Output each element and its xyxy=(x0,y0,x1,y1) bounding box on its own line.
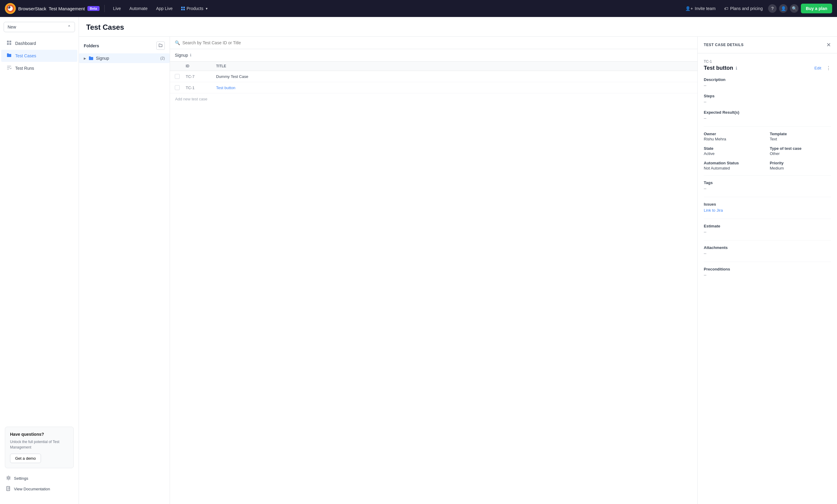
sidebar-dashboard-label: Dashboard xyxy=(15,41,36,46)
sidebar-testcases-label: Test Cases xyxy=(15,53,36,58)
sidebar-item-settings[interactable]: Settings xyxy=(5,473,74,484)
user-avatar-icon[interactable]: 👤 xyxy=(779,4,787,13)
folder-signup[interactable]: ▶ Signup (2) xyxy=(79,53,170,63)
detail-fields-grid-2: State Active Type of test case Other xyxy=(704,146,831,156)
plans-label: Plans and pricing xyxy=(730,6,763,11)
row-checkbox-tc7[interactable] xyxy=(175,74,180,79)
help-card-title: Have questions? xyxy=(10,432,69,437)
detail-info-icon[interactable]: ℹ xyxy=(736,66,737,71)
detail-field-template: Template Text xyxy=(770,132,831,141)
detail-title: Test button xyxy=(704,65,733,71)
svg-rect-8 xyxy=(10,43,11,45)
docs-icon xyxy=(6,486,11,492)
nav-applive[interactable]: App Live xyxy=(152,4,176,13)
nav-live[interactable]: Live xyxy=(110,4,125,13)
link-to-jira-button[interactable]: Link to Jira xyxy=(704,208,723,212)
detail-attachments-section: Attachments -- xyxy=(704,245,831,256)
sidebar-testruns-label: Test Runs xyxy=(15,66,34,71)
sidebar-item-testruns[interactable]: Test Runs xyxy=(1,62,77,74)
main-content: Test Cases Folders ▶ xyxy=(79,17,837,504)
table-header: ID TITLE xyxy=(170,61,697,71)
dropdown-chevron-icon: ⌃ xyxy=(67,24,71,30)
row-title-tc1[interactable]: Test button xyxy=(216,86,693,90)
logo[interactable]: BrowserStack Test Management Beta xyxy=(5,3,100,14)
col-checkbox xyxy=(175,64,186,68)
detail-field-state: State Active xyxy=(704,146,765,156)
navbar-actions: 👤+ Invite team 🏷 Plans and pricing ? 👤 🔍… xyxy=(682,4,832,13)
folders-header: Folders xyxy=(79,41,170,53)
table-row: TC-1 Test button xyxy=(170,82,697,93)
add-test-case-input[interactable]: Add new test case xyxy=(170,93,697,105)
detail-more-button[interactable]: ⋮ xyxy=(826,65,831,71)
help-icon[interactable]: ? xyxy=(768,4,777,13)
detail-issues-label: Issues xyxy=(704,202,831,206)
sidebar: New ⌃ Dashboard xyxy=(0,17,79,504)
detail-expected-value: -- xyxy=(704,116,831,120)
detail-field-type-value: Other xyxy=(770,151,831,156)
row-checkbox-tc1[interactable] xyxy=(175,85,180,90)
invite-team-button[interactable]: 👤+ Invite team xyxy=(682,4,719,13)
detail-field-priority: Priority Medium xyxy=(770,161,831,170)
nav-products[interactable]: Products ▼ xyxy=(178,4,212,13)
settings-icon xyxy=(6,475,11,481)
detail-field-owner-label: Owner xyxy=(704,132,765,136)
detail-estimate-label: Estimate xyxy=(704,224,831,228)
invite-icon: 👤+ xyxy=(685,6,693,11)
search-input[interactable] xyxy=(182,40,693,45)
nav-automate[interactable]: Automate xyxy=(126,4,151,13)
detail-edit-button[interactable]: Edit xyxy=(815,66,821,70)
beta-badge: Beta xyxy=(87,6,100,11)
navbar: BrowserStack Test Management Beta Live A… xyxy=(0,0,837,17)
testruns-icon xyxy=(6,65,12,71)
detail-steps-value: -- xyxy=(704,99,831,104)
detail-preconditions-label: Preconditions xyxy=(704,267,831,272)
detail-close-button[interactable]: ✕ xyxy=(826,41,831,48)
test-cases-panel: 🔍 Signup ℹ ID TITLE TC-7 Dummy Test Case xyxy=(170,37,697,504)
search-bar: 🔍 xyxy=(170,37,697,49)
detail-field-owner-value: Rishu Mehra xyxy=(704,137,765,141)
get-demo-button[interactable]: Get a demo xyxy=(10,454,41,463)
detail-estimate-section: Estimate -- xyxy=(704,224,831,234)
detail-steps-label: Steps xyxy=(704,94,831,98)
sidebar-item-dashboard[interactable]: Dashboard xyxy=(1,37,77,50)
detail-description-value: -- xyxy=(704,83,831,88)
detail-field-priority-value: Medium xyxy=(770,166,831,170)
detail-tags-value: -- xyxy=(704,186,831,191)
docs-label: View Documentation xyxy=(14,487,50,491)
workspace-dropdown[interactable]: New ⌃ xyxy=(4,22,75,32)
buy-plan-button[interactable]: Buy a plan xyxy=(801,4,832,13)
svg-point-4 xyxy=(8,6,10,7)
detail-steps-section: Steps -- xyxy=(704,94,831,104)
products-grid-icon xyxy=(181,7,185,10)
svg-rect-5 xyxy=(7,41,9,42)
row-id-tc1: TC-1 xyxy=(186,86,216,90)
detail-expected-label: Expected Result(s) xyxy=(704,110,831,115)
search-icon[interactable]: 🔍 xyxy=(790,4,799,13)
detail-preconditions-value: -- xyxy=(704,273,831,277)
folder-name: Signup xyxy=(96,56,158,61)
detail-header-title: TEST CASE DETAILS xyxy=(704,43,744,47)
sidebar-bottom: Have questions? Unlock the full potentia… xyxy=(0,422,78,499)
new-folder-button[interactable] xyxy=(156,41,165,50)
section-info-icon: ℹ xyxy=(190,53,192,57)
folder-icon xyxy=(6,53,12,59)
folders-panel: Folders ▶ Signup (2) xyxy=(79,37,170,504)
page-title: Test Cases xyxy=(86,23,830,32)
detail-field-template-label: Template xyxy=(770,132,831,136)
detail-panel: TEST CASE DETAILS ✕ TC-1 Test button ℹ E… xyxy=(697,37,837,504)
section-header: Signup ℹ xyxy=(170,49,697,61)
detail-body: TC-1 Test button ℹ Edit ⋮ Description xyxy=(698,53,837,289)
sidebar-item-testcases[interactable]: Test Cases xyxy=(1,50,77,62)
table-row: TC-7 Dummy Test Case xyxy=(170,71,697,82)
folder-arrow-icon: ▶ xyxy=(84,57,86,60)
row-id-tc7: TC-7 xyxy=(186,74,216,79)
nav-links: Live Automate App Live Products ▼ xyxy=(110,4,679,13)
plans-pricing-button[interactable]: 🏷 Plans and pricing xyxy=(721,4,766,13)
chevron-down-icon: ▼ xyxy=(205,7,208,10)
detail-tags-section: Tags -- xyxy=(704,181,831,191)
detail-divider-4 xyxy=(704,219,831,219)
detail-divider-3 xyxy=(704,197,831,197)
sidebar-item-docs[interactable]: View Documentation xyxy=(5,484,74,494)
detail-attachments-label: Attachments xyxy=(704,245,831,250)
row-title-tc7: Dummy Test Case xyxy=(216,74,693,79)
